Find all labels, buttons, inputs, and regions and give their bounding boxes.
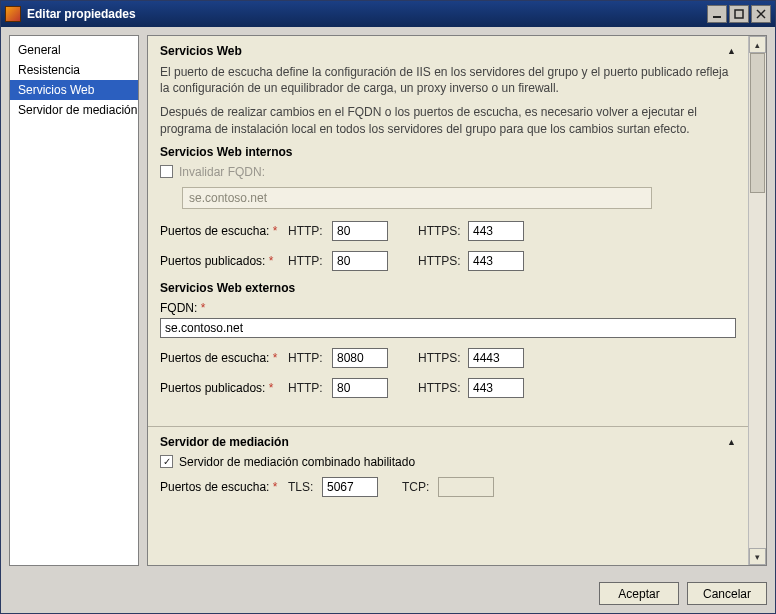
scrollbar-thumb[interactable]: [750, 53, 765, 193]
scrollbar-track[interactable]: [749, 53, 766, 548]
internal-listen-https-input[interactable]: [468, 221, 524, 241]
web-desc-2: Después de realizar cambios en el FQDN o…: [160, 104, 736, 136]
internal-listen-row: Puertos de escucha: * HTTP: HTTPS:: [160, 221, 736, 241]
external-published-http-label: HTTP:: [288, 381, 326, 395]
internal-published-https-input[interactable]: [468, 251, 524, 271]
external-listen-https-input[interactable]: [468, 348, 524, 368]
svg-rect-1: [735, 10, 743, 18]
external-listen-http-label: HTTP:: [288, 351, 326, 365]
content-inner: Servicios Web ▲ El puerto de escucha def…: [148, 36, 748, 565]
minimize-icon: [712, 9, 722, 19]
external-published-https-input[interactable]: [468, 378, 524, 398]
close-button[interactable]: [751, 5, 771, 23]
override-fqdn-checkbox[interactable]: [160, 165, 173, 178]
chevron-up-icon: ▲: [727, 46, 736, 56]
colocated-checkbox[interactable]: [160, 455, 173, 468]
mediation-tcp-input: [438, 477, 494, 497]
sidebar: General Resistencia Servicios Web Servid…: [9, 35, 139, 566]
external-listen-row: Puertos de escucha: * HTTP: HTTPS:: [160, 348, 736, 368]
vertical-scrollbar[interactable]: ▴ ▾: [748, 36, 766, 565]
dialog-window: Editar propiedades General Resistencia S…: [0, 0, 776, 614]
internal-listen-http-label: HTTP:: [288, 224, 326, 238]
web-desc-1: El puerto de escucha define la configura…: [160, 64, 736, 96]
maximize-icon: [734, 9, 744, 19]
mediation-tcp-label: TCP:: [402, 480, 432, 494]
sidebar-item-general[interactable]: General: [10, 40, 138, 60]
mediation-tls-label: TLS:: [288, 480, 316, 494]
mediation-tls-input[interactable]: [322, 477, 378, 497]
override-fqdn-row: Invalidar FQDN:: [160, 165, 736, 179]
external-listen-label: Puertos de escucha: *: [160, 351, 282, 365]
sidebar-item-servicios-web[interactable]: Servicios Web: [10, 80, 138, 100]
client-area: General Resistencia Servicios Web Servid…: [1, 27, 775, 574]
internal-listen-https-label: HTTPS:: [418, 224, 462, 238]
section-title-mediation: Servidor de mediación: [160, 435, 289, 449]
external-subhead: Servicios Web externos: [160, 281, 736, 295]
external-published-https-label: HTTPS:: [418, 381, 462, 395]
dialog-footer: Aceptar Cancelar: [1, 574, 775, 613]
internal-subhead: Servicios Web internos: [160, 145, 736, 159]
external-published-row: Puertos publicados: * HTTP: HTTPS:: [160, 378, 736, 398]
maximize-button[interactable]: [729, 5, 749, 23]
content-wrap: Servicios Web ▲ El puerto de escucha def…: [147, 35, 767, 566]
internal-fqdn-field: se.contoso.net: [182, 187, 652, 209]
mediation-listen-label: Puertos de escucha: *: [160, 480, 282, 494]
external-fqdn-label: FQDN: *: [160, 301, 736, 315]
colocated-row: Servidor de mediación combinado habilita…: [160, 455, 736, 469]
override-fqdn-label: Invalidar FQDN:: [179, 165, 265, 179]
titlebar: Editar propiedades: [1, 1, 775, 27]
section-header-mediation[interactable]: Servidor de mediación ▲: [148, 427, 748, 453]
internal-published-http-label: HTTP:: [288, 254, 326, 268]
sidebar-item-resistencia[interactable]: Resistencia: [10, 60, 138, 80]
colocated-label: Servidor de mediación combinado habilita…: [179, 455, 415, 469]
internal-published-row: Puertos publicados: * HTTP: HTTPS:: [160, 251, 736, 271]
internal-published-http-input[interactable]: [332, 251, 388, 271]
content-panel: Servicios Web ▲ El puerto de escucha def…: [147, 35, 767, 566]
app-icon: [5, 6, 21, 22]
scroll-down-arrow-icon[interactable]: ▾: [749, 548, 766, 565]
section-body-mediation: Servidor de mediación combinado habilita…: [148, 453, 748, 515]
section-body-web: El puerto de escucha define la configura…: [148, 62, 748, 416]
external-fqdn-block: FQDN: *: [160, 301, 736, 338]
cancel-button[interactable]: Cancelar: [687, 582, 767, 605]
internal-listen-http-input[interactable]: [332, 221, 388, 241]
external-listen-http-input[interactable]: [332, 348, 388, 368]
section-header-web[interactable]: Servicios Web ▲: [148, 36, 748, 62]
internal-published-label: Puertos publicados: *: [160, 254, 282, 268]
window-title: Editar propiedades: [27, 7, 705, 21]
close-icon: [756, 9, 766, 19]
section-title-web: Servicios Web: [160, 44, 242, 58]
external-listen-https-label: HTTPS:: [418, 351, 462, 365]
internal-published-https-label: HTTPS:: [418, 254, 462, 268]
scroll-up-arrow-icon[interactable]: ▴: [749, 36, 766, 53]
chevron-up-icon: ▲: [727, 437, 736, 447]
external-fqdn-input[interactable]: [160, 318, 736, 338]
sidebar-item-servidor-mediacion[interactable]: Servidor de mediación: [10, 100, 138, 120]
minimize-button[interactable]: [707, 5, 727, 23]
mediation-listen-row: Puertos de escucha: * TLS: TCP:: [160, 477, 736, 497]
external-published-http-input[interactable]: [332, 378, 388, 398]
internal-listen-label: Puertos de escucha: *: [160, 224, 282, 238]
external-published-label: Puertos publicados: *: [160, 381, 282, 395]
ok-button[interactable]: Aceptar: [599, 582, 679, 605]
